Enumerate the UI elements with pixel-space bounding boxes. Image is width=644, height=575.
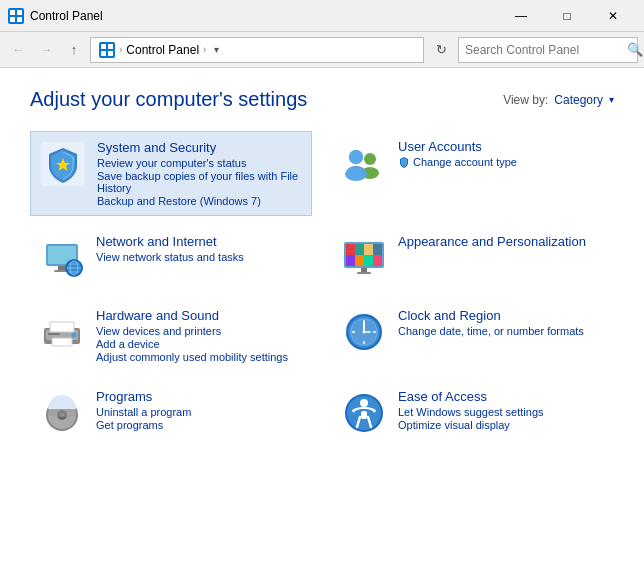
svg-point-64 [360, 399, 368, 407]
cat-link[interactable]: View network status and tasks [96, 251, 244, 263]
svg-rect-8 [101, 51, 106, 56]
main-content: Adjust your computer's settings View by:… [0, 68, 644, 465]
cat-link[interactable]: Let Windows suggest settings [398, 406, 544, 418]
svg-rect-43 [52, 338, 72, 346]
category-appearance: Appearance and Personalization [332, 226, 614, 290]
programs-links: Uninstall a program Get programs [96, 406, 191, 431]
hardware-title[interactable]: Hardware and Sound [96, 308, 288, 323]
svg-point-17 [345, 167, 367, 181]
cat-link[interactable]: Change account type [398, 156, 517, 168]
titlebar: Control Panel — □ ✕ [0, 0, 644, 32]
category-user-accounts: User Accounts Change account type [332, 131, 614, 216]
minimize-button[interactable]: — [498, 0, 544, 32]
system-security-title[interactable]: System and Security [97, 140, 303, 155]
svg-rect-33 [373, 244, 382, 255]
close-button[interactable]: ✕ [590, 0, 636, 32]
address-path: Control Panel [126, 43, 199, 57]
main-header: Adjust your computer's settings View by:… [30, 88, 614, 111]
app-icon [8, 8, 24, 24]
svg-rect-4 [17, 17, 22, 22]
category-network: Network and Internet View network status… [30, 226, 312, 290]
addressbar: ← → ↑ › Control Panel › ▾ ↻ 🔍 [0, 32, 644, 68]
shield-small-icon [398, 156, 410, 168]
cat-link[interactable]: Adjust commonly used mobility settings [96, 351, 288, 363]
category-programs: Programs Uninstall a program Get program… [30, 381, 312, 445]
change-account-link[interactable]: Change account type [413, 156, 517, 168]
window-controls: — □ ✕ [498, 0, 636, 32]
network-content: Network and Internet View network status… [96, 234, 244, 263]
address-dropdown-arrow[interactable]: ▾ [210, 44, 223, 55]
svg-rect-34 [346, 255, 355, 266]
cat-link[interactable]: View devices and printers [96, 325, 288, 337]
search-box[interactable]: 🔍 [458, 37, 638, 63]
hardware-content: Hardware and Sound View devices and prin… [96, 308, 288, 363]
svg-point-14 [364, 153, 376, 165]
svg-point-44 [72, 333, 77, 338]
ease-content: Ease of Access Let Windows suggest setti… [398, 389, 544, 431]
categories-grid: System and Security Review your computer… [30, 131, 614, 445]
svg-rect-30 [346, 244, 355, 255]
cat-link[interactable]: Optimize visual display [398, 419, 544, 431]
appearance-title[interactable]: Appearance and Personalization [398, 234, 586, 249]
cat-link[interactable]: Get programs [96, 419, 191, 431]
viewby-control: View by: Category ▾ [503, 93, 614, 107]
viewby-arrow[interactable]: ▾ [609, 94, 614, 105]
search-icon[interactable]: 🔍 [621, 42, 644, 57]
clock-links: Change date, time, or number formats [398, 325, 584, 337]
svg-point-61 [46, 409, 78, 417]
cat-link[interactable]: Uninstall a program [96, 406, 191, 418]
network-icon [38, 234, 86, 282]
user-accounts-icon [340, 139, 388, 187]
window-title: Control Panel [30, 9, 498, 23]
address-chevron: › [119, 44, 122, 55]
address-bar-input[interactable]: › Control Panel › ▾ [90, 37, 424, 63]
ease-icon [340, 389, 388, 437]
category-ease: Ease of Access Let Windows suggest setti… [332, 381, 614, 445]
svg-point-56 [363, 331, 366, 334]
up-button[interactable]: ↑ [62, 38, 86, 62]
svg-rect-42 [50, 322, 74, 332]
svg-rect-9 [108, 51, 113, 56]
programs-icon [38, 389, 86, 437]
address-chevron2: › [203, 44, 206, 55]
clock-title[interactable]: Clock and Region [398, 308, 584, 323]
category-hardware: Hardware and Sound View devices and prin… [30, 300, 312, 371]
cat-link[interactable]: Backup and Restore (Windows 7) [97, 195, 303, 207]
svg-rect-39 [357, 272, 371, 274]
forward-button[interactable]: → [34, 38, 58, 62]
clock-icon [340, 308, 388, 356]
svg-rect-1 [10, 10, 15, 15]
cat-link[interactable]: Add a device [96, 338, 288, 350]
svg-rect-36 [364, 255, 373, 266]
cat-link[interactable]: Change date, time, or number formats [398, 325, 584, 337]
ease-title[interactable]: Ease of Access [398, 389, 544, 404]
cat-link[interactable]: Save backup copies of your files with Fi… [97, 170, 303, 194]
appearance-icon [340, 234, 388, 282]
system-security-icon [39, 140, 87, 188]
category-clock: Clock and Region Change date, time, or n… [332, 300, 614, 371]
user-accounts-title[interactable]: User Accounts [398, 139, 517, 154]
appearance-content: Appearance and Personalization [398, 234, 586, 251]
network-title[interactable]: Network and Internet [96, 234, 244, 249]
svg-rect-7 [108, 44, 113, 49]
system-security-links: Review your computer's status Save backu… [97, 157, 303, 207]
svg-rect-38 [361, 268, 367, 272]
user-accounts-content: User Accounts Change account type [398, 139, 517, 168]
cat-link[interactable]: Review your computer's status [97, 157, 303, 169]
hardware-icon [38, 308, 86, 356]
viewby-value[interactable]: Category [554, 93, 603, 107]
network-links: View network status and tasks [96, 251, 244, 263]
page-title: Adjust your computer's settings [30, 88, 307, 111]
address-icon [99, 42, 115, 58]
system-security-content: System and Security Review your computer… [97, 140, 303, 207]
svg-rect-31 [355, 244, 364, 255]
user-accounts-links: Change account type [398, 156, 517, 168]
svg-rect-32 [364, 244, 373, 255]
svg-rect-37 [373, 255, 382, 266]
refresh-button[interactable]: ↻ [428, 37, 454, 63]
back-button[interactable]: ← [6, 38, 30, 62]
search-input[interactable] [459, 43, 621, 57]
maximize-button[interactable]: □ [544, 0, 590, 32]
programs-title[interactable]: Programs [96, 389, 191, 404]
hardware-links: View devices and printers Add a device A… [96, 325, 288, 363]
